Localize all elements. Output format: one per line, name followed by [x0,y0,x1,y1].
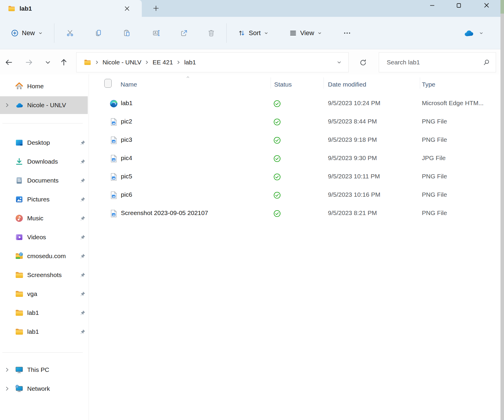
delete-icon [207,29,215,37]
tab-lab1[interactable]: lab1 [0,0,142,17]
paste-button[interactable] [118,25,135,42]
sidebar-item-cmosedu-com[interactable]: cmosedu.com [0,247,88,265]
sort-icon [238,29,246,37]
sidebar-item-label: Screenshots [27,271,62,279]
file-row-pic6[interactable]: pic69/5/2023 10:16 PMPNG File [89,186,500,204]
onedrive-icon [15,101,24,110]
recent-locations-button[interactable] [41,56,54,69]
expander-spacer [4,291,10,297]
view-button[interactable]: View [285,25,326,42]
expander-spacer [4,196,10,202]
file-row-lab1[interactable]: lab19/5/2023 10:24 PMMicrosoft Edge HTM.… [89,95,500,113]
pin-icon [80,159,86,165]
search-box [379,52,496,72]
column-header-type[interactable]: Type [422,81,435,88]
column-header-name[interactable]: Name [121,81,137,88]
sidebar-item-network[interactable]: Network [0,380,88,398]
file-date-modified: 9/5/2023 10:11 PM [328,173,380,180]
file-row-pic4[interactable]: pic49/5/2023 9:30 PMJPG File [89,149,500,168]
downloads-icon [15,157,24,166]
copy-button[interactable] [90,25,107,42]
sidebar-item-lab1[interactable]: lab1 [0,304,88,322]
sidebar-item-screenshots[interactable]: Screenshots [0,266,88,284]
refresh-button[interactable] [356,56,370,69]
sidebar-item-documents[interactable]: Documents [0,172,88,189]
folder-icon [15,271,24,279]
documents-icon [15,176,24,185]
file-row-screenshot-2023-09-05-202107[interactable]: Screenshot 2023-09-05 2021079/5/2023 8:2… [89,204,500,223]
expander-spacer [4,159,10,165]
refresh-icon [359,58,367,67]
breadcrumb-segment[interactable]: lab1 [182,57,198,68]
share-button[interactable] [175,25,193,42]
file-type: JPG File [422,154,446,162]
file-type: PNG File [422,136,447,143]
forward-button[interactable] [22,56,35,69]
sidebar-item-label: Music [27,215,43,222]
sort-button[interactable]: Sort [234,25,272,42]
sidebar-group: This PCNetwork [0,361,89,398]
breadcrumb-chevron-icon [144,60,149,65]
delete-button[interactable] [203,25,220,42]
sync-status-check-icon [273,118,281,126]
minimize-button[interactable] [423,0,442,14]
file-row-pic2[interactable]: pic29/5/2023 8:44 PMPNG File [89,113,500,131]
sidebar-item-downloads[interactable]: Downloads [0,153,88,170]
expander-spacer [4,310,10,316]
maximize-button[interactable] [449,0,468,14]
file-row-pic3[interactable]: pic39/5/2023 9:18 PMPNG File [89,131,500,149]
back-button[interactable] [2,56,15,69]
breadcrumb-segment[interactable]: EE 421 [151,57,175,68]
sidebar-item-desktop[interactable]: Desktop [0,134,88,152]
file-type: PNG File [422,118,447,125]
sidebar-item-nicole-unlv[interactable]: Nicole - UNLV [0,96,88,114]
column-header-date-modified[interactable]: Date modified [328,81,366,88]
rename-button[interactable] [148,25,165,42]
column-header-status[interactable]: Status [274,81,292,88]
expander-chevron-icon[interactable] [4,367,10,373]
search-icon[interactable] [483,58,490,66]
up-icon [59,58,68,67]
select-all-checkbox[interactable] [104,79,112,88]
sidebar-item-vga[interactable]: vga [0,285,88,303]
file-type: PNG File [422,209,447,216]
new-tab-button[interactable] [150,2,162,14]
pin-icon [80,310,86,316]
sidebar-item-label: Documents [27,177,58,184]
breadcrumb: Nicole - UNLVEE 421lab1 [93,57,198,68]
pin-icon [80,215,86,221]
sidebar-item-videos[interactable]: Videos [0,228,88,246]
column-splitter[interactable] [323,77,324,89]
onedrive-status-button[interactable] [460,25,487,42]
tab-close-button[interactable] [121,3,133,14]
column-splitter[interactable] [420,77,420,89]
folder-icon [84,58,91,66]
sidebar-item-home[interactable]: Home [0,77,88,95]
sidebar-item-music[interactable]: Music [0,209,88,227]
sidebar-item-this-pc[interactable]: This PC [0,361,88,379]
up-button[interactable] [57,56,70,69]
sidebar-item-pictures[interactable]: Pictures [0,191,88,208]
search-input[interactable] [386,58,483,66]
sidebar-item-label: Nicole - UNLV [27,102,66,109]
sidebar-item-lab1[interactable]: lab1 [0,323,88,341]
sidebar-item-label: Network [27,385,50,392]
see-more-button[interactable] [339,25,356,42]
cut-button[interactable] [61,25,79,42]
this-pc-icon [15,365,24,374]
file-type: PNG File [422,173,447,180]
address-dropdown-button[interactable] [334,57,344,67]
expander-chevron-icon[interactable] [4,102,10,108]
breadcrumb-segment[interactable]: Nicole - UNLV [101,57,143,68]
new-button[interactable]: New [6,25,47,42]
close-window-button[interactable] [477,0,496,14]
file-row-pic5[interactable]: pic59/5/2023 10:11 PMPNG File [89,168,500,186]
expander-spacer [4,234,10,240]
file-date-modified: 9/5/2023 9:18 PM [328,136,377,143]
expander-chevron-icon[interactable] [4,386,10,392]
address-bar[interactable]: Nicole - UNLVEE 421lab1 [76,52,349,72]
column-splitter[interactable] [271,77,271,89]
home-icon [15,82,24,91]
linked-folder-icon [15,252,24,261]
sidebar-item-label: Videos [27,234,46,241]
